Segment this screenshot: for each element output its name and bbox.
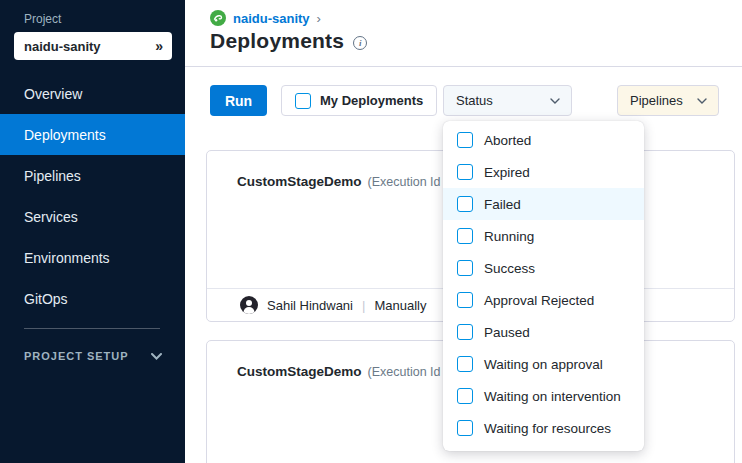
- checkbox-icon[interactable]: [457, 196, 473, 212]
- pipelines-filter-dropdown[interactable]: Pipelines: [617, 85, 719, 116]
- breadcrumb: naidu-sanity ›: [210, 10, 321, 26]
- checkbox-icon[interactable]: [457, 292, 473, 308]
- status-filter-label: Status: [456, 93, 493, 108]
- execution-id-text: (Execution Id: [368, 365, 441, 379]
- status-option-approval-rejected[interactable]: Approval Rejected: [443, 284, 644, 316]
- status-option-label: Running: [484, 229, 534, 244]
- status-option-label: Waiting for resources: [484, 421, 611, 436]
- sidebar-item-environments[interactable]: Environments: [0, 237, 185, 278]
- header-divider: [185, 66, 742, 67]
- status-option-paused[interactable]: Paused: [443, 316, 644, 348]
- my-deployments-toggle[interactable]: My Deployments: [281, 85, 437, 116]
- status-filter-dropdown[interactable]: Status: [443, 85, 572, 116]
- status-option-label: Waiting on approval: [484, 357, 603, 372]
- trigger-type: Manually: [374, 298, 426, 313]
- status-option-label: Success: [484, 261, 535, 276]
- project-name-input[interactable]: [14, 39, 134, 54]
- my-deployments-checkbox-icon[interactable]: [295, 93, 311, 109]
- sidebar-item-pipelines[interactable]: Pipelines: [0, 155, 185, 196]
- pipelines-filter-label: Pipelines: [630, 93, 683, 108]
- status-option-waiting-for-resources[interactable]: Waiting for resources: [443, 412, 644, 444]
- checkbox-icon[interactable]: [457, 164, 473, 180]
- chevron-down-icon: [151, 353, 162, 360]
- chevron-down-icon: [550, 98, 560, 104]
- status-option-running[interactable]: Running: [443, 220, 644, 252]
- status-option-waiting-on-approval[interactable]: Waiting on approval: [443, 348, 644, 380]
- project-selector[interactable]: »: [14, 32, 172, 60]
- info-icon[interactable]: i: [353, 36, 367, 50]
- execution-id-text: (Execution Id: [368, 175, 441, 189]
- sidebar-divider: [24, 328, 160, 329]
- pipeline-name: CustomStageDemo: [237, 364, 362, 379]
- checkbox-icon[interactable]: [457, 132, 473, 148]
- main-content: naidu-sanity › Deployments i Run My Depl…: [185, 0, 742, 463]
- footer-separator: |: [362, 298, 365, 313]
- status-option-waiting-on-intervention[interactable]: Waiting on intervention: [443, 380, 644, 412]
- status-option-label: Aborted: [484, 133, 531, 148]
- breadcrumb-project-link[interactable]: naidu-sanity: [233, 11, 310, 26]
- project-icon: [210, 10, 226, 26]
- status-option-label: Failed: [484, 197, 521, 212]
- status-option-success[interactable]: Success: [443, 252, 644, 284]
- expand-project-icon[interactable]: »: [155, 39, 172, 53]
- breadcrumb-chevron-icon: ›: [317, 11, 321, 26]
- sidebar-item-overview[interactable]: Overview: [0, 73, 185, 114]
- status-option-label: Approval Rejected: [484, 293, 594, 308]
- checkbox-icon[interactable]: [457, 324, 473, 340]
- checkbox-icon[interactable]: [457, 228, 473, 244]
- checkbox-icon[interactable]: [457, 356, 473, 372]
- project-setup-toggle[interactable]: PROJECT SETUP: [24, 350, 162, 362]
- project-setup-label: PROJECT SETUP: [24, 350, 129, 362]
- project-label: Project: [24, 12, 61, 26]
- my-deployments-label: My Deployments: [320, 93, 423, 108]
- sidebar-item-gitops[interactable]: GitOps: [0, 278, 185, 319]
- avatar: [240, 296, 258, 314]
- status-filter-menu: Aborted Expired Failed Running Success A…: [443, 121, 644, 451]
- chevron-down-icon: [697, 98, 707, 104]
- sidebar-item-deployments[interactable]: Deployments: [0, 114, 185, 155]
- status-option-expired[interactable]: Expired: [443, 156, 644, 188]
- status-option-label: Paused: [484, 325, 530, 340]
- page-title-row: Deployments i: [210, 29, 367, 53]
- sidebar-nav: Overview Deployments Pipelines Services …: [0, 73, 185, 319]
- checkbox-icon[interactable]: [457, 260, 473, 276]
- page-title: Deployments: [210, 29, 344, 53]
- triggered-by-user: Sahil Hindwani: [267, 298, 353, 313]
- status-option-label: Expired: [484, 165, 530, 180]
- checkbox-icon[interactable]: [457, 420, 473, 436]
- pipeline-name: CustomStageDemo: [237, 174, 362, 189]
- sidebar-item-services[interactable]: Services: [0, 196, 185, 237]
- status-option-aborted[interactable]: Aborted: [443, 124, 644, 156]
- checkbox-icon[interactable]: [457, 388, 473, 404]
- status-option-failed[interactable]: Failed: [443, 188, 644, 220]
- status-option-label: Waiting on intervention: [484, 389, 621, 404]
- run-button[interactable]: Run: [210, 85, 267, 116]
- sidebar: Project » Overview Deployments Pipelines…: [0, 0, 185, 463]
